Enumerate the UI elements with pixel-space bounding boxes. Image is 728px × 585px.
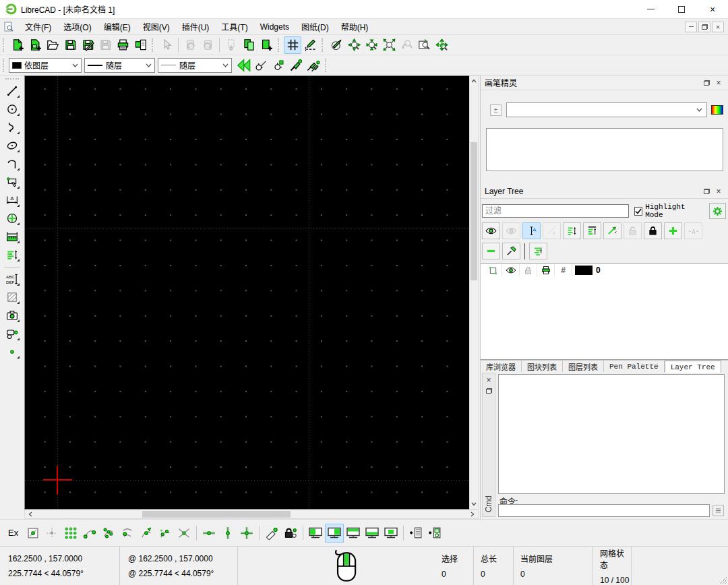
color-select[interactable]: 依图层 (9, 58, 82, 73)
maximize-button[interactable] (666, 0, 697, 18)
menu-help[interactable]: 帮助(H) (335, 19, 375, 34)
settings-gear-button[interactable] (709, 203, 726, 219)
snap-middle-button[interactable] (137, 524, 156, 543)
print-preview-button[interactable] (131, 36, 149, 54)
menu-drawings[interactable]: 图纸(D) (295, 19, 335, 34)
close-command-button[interactable]: × (483, 375, 494, 386)
paste-button[interactable] (257, 36, 275, 54)
copy-button[interactable] (240, 36, 257, 54)
tab-pen-palette[interactable]: Pen Palette (604, 361, 665, 372)
command-history[interactable] (498, 374, 725, 494)
tab-library-browser[interactable]: 库浏览器 (481, 361, 522, 372)
snap-endpoint-button[interactable] (80, 524, 99, 543)
float-command-button[interactable] (483, 386, 494, 396)
toolbar-handle[interactable] (5, 78, 19, 80)
layer-construction-icon[interactable]: # (555, 264, 572, 276)
restrict-vertical-button[interactable] (218, 524, 237, 543)
horizontal-scrollbar[interactable] (24, 510, 479, 519)
layer-list[interactable]: # 0 (481, 263, 728, 360)
float-panel-button[interactable] (700, 78, 712, 88)
menu-file[interactable]: 文件(F) (19, 19, 57, 34)
print-button[interactable] (114, 36, 131, 54)
menu-widgets[interactable]: Widgets (254, 20, 295, 34)
sort-to-top-button[interactable] (583, 222, 601, 239)
close-button[interactable]: × (697, 0, 728, 18)
dock-left-button[interactable] (306, 524, 325, 543)
layer-row[interactable]: # 0 (481, 264, 728, 277)
pen-wizard-list[interactable] (486, 128, 723, 171)
snap-grid-button[interactable] (42, 524, 61, 543)
snap-free-button[interactable] (24, 524, 42, 543)
set-relative-zero-button[interactable] (262, 524, 281, 543)
apply-pen-button[interactable] (287, 57, 305, 74)
layer-print-icon[interactable] (537, 264, 555, 276)
toolbar-handle[interactable] (278, 38, 282, 52)
restrict-horizontal-button[interactable] (200, 524, 218, 543)
scroll-down-arrow[interactable] (470, 500, 478, 508)
dock-bottom-button[interactable] (363, 524, 382, 543)
minimize-button[interactable] (635, 0, 666, 18)
menu-edit[interactable]: 编辑(E) (98, 19, 137, 34)
block-tool[interactable] (3, 325, 22, 342)
resize-grip[interactable] (720, 577, 727, 584)
pen-wizard-spin-button[interactable]: ± (490, 104, 502, 116)
line-tool[interactable] (3, 82, 22, 100)
save-button[interactable] (61, 36, 79, 54)
layer-filter-input[interactable] (482, 204, 629, 218)
color-picker-button[interactable] (711, 105, 723, 115)
add-layer-button[interactable] (664, 222, 682, 239)
select-mode-button[interactable] (522, 222, 541, 239)
copy-pen-button[interactable] (305, 57, 322, 74)
drawing-canvas[interactable] (24, 75, 469, 510)
layer-color-swatch[interactable] (575, 266, 593, 275)
pen-wizard-titlebar[interactable]: 画笔精灵 × (481, 75, 728, 90)
dock-right-button[interactable] (325, 524, 344, 543)
zoom-auto-button[interactable] (380, 36, 398, 54)
modify-tool[interactable] (3, 210, 22, 227)
dock-floating-button[interactable] (382, 524, 400, 543)
lock-relative-zero-button[interactable] (281, 524, 300, 543)
show-all-layers-button[interactable] (482, 222, 500, 239)
redraw-button[interactable] (328, 36, 345, 54)
layer-name[interactable]: 0 (596, 266, 601, 275)
save-as-button[interactable] (79, 36, 96, 54)
curve-tool[interactable] (3, 119, 22, 136)
toggle-construction-button[interactable] (603, 222, 621, 239)
command-options-button[interactable] (712, 505, 724, 516)
zoom-window-button[interactable] (415, 36, 433, 54)
restrict-orthogonal-button[interactable] (237, 524, 256, 543)
line-width-select[interactable]: 随层 (84, 58, 155, 73)
pick-attributes-button[interactable] (270, 57, 287, 74)
document-icon[interactable] (4, 22, 13, 32)
text-tool[interactable]: ABCDEF (3, 270, 22, 288)
back-button[interactable] (235, 57, 252, 74)
new-document-button[interactable] (9, 36, 26, 54)
flatten-tree-button[interactable] (502, 243, 520, 259)
point-tool[interactable] (3, 343, 22, 361)
new-from-template-button[interactable] (26, 36, 44, 54)
pick-entity-button[interactable] (252, 57, 270, 74)
layer-lock-icon[interactable] (520, 264, 537, 276)
close-panel-button[interactable]: × (712, 186, 725, 197)
menu-view[interactable]: 视图(V) (137, 19, 176, 34)
layer-select-icon[interactable] (485, 264, 502, 276)
snap-on-grid-button[interactable] (61, 524, 80, 543)
snap-center-button[interactable] (118, 524, 137, 543)
hatch-tool[interactable] (3, 288, 22, 306)
image-tool[interactable] (3, 307, 22, 324)
zoom-in-button[interactable] (345, 36, 363, 54)
scroll-right-arrow[interactable] (468, 510, 477, 518)
tab-layer-list[interactable]: 图层列表 (563, 361, 604, 372)
line-type-select[interactable]: 随层 (158, 58, 232, 73)
add-dock-area-button[interactable] (406, 524, 425, 543)
highlight-mode-checkbox[interactable] (634, 207, 643, 216)
layer-visibility-icon[interactable] (502, 264, 520, 276)
menu-plugins[interactable]: 插件(U) (176, 19, 216, 34)
snap-entity-button[interactable] (99, 524, 118, 543)
layer-tree-titlebar[interactable]: Layer Tree × (481, 184, 728, 199)
tab-block-list[interactable]: 图块列表 (522, 361, 563, 372)
add-widget-button[interactable] (425, 524, 444, 543)
vertical-scrollbar[interactable] (469, 75, 479, 510)
open-file-button[interactable] (44, 36, 61, 54)
mdi-close-button[interactable]: × (712, 22, 724, 32)
